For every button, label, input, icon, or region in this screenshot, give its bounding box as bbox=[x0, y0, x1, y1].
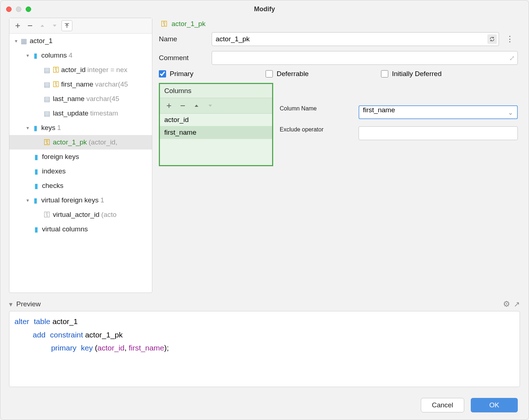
preview-title: Preview bbox=[16, 300, 41, 308]
col-up-button[interactable] bbox=[191, 100, 202, 111]
key-icon: ⚿ bbox=[43, 138, 51, 146]
tree-col-first-name[interactable]: ▤⚿ first_name varchar(45 bbox=[9, 77, 152, 92]
tree-vcols-label: virtual columns bbox=[42, 225, 88, 233]
col-type: timestam bbox=[88, 109, 118, 117]
collapse-button[interactable] bbox=[62, 20, 72, 31]
refresh-icon[interactable] bbox=[487, 34, 497, 44]
column-icon: ▤ bbox=[43, 66, 51, 74]
tree-foreign-keys[interactable]: ▮ foreign keys bbox=[9, 150, 152, 164]
initdef-checkbox[interactable]: Initially Deferred bbox=[381, 70, 441, 78]
column-icon: ▤ bbox=[43, 95, 51, 103]
popout-icon[interactable]: ↗ bbox=[514, 300, 520, 308]
tree-vfk-item[interactable]: ⚿ virtual_actor_id (acto bbox=[9, 207, 152, 222]
paren: ( bbox=[93, 344, 98, 352]
modify-dialog: Modify ▾ ▦ actor_1 bbox=[0, 0, 529, 420]
col-type: integer = nex bbox=[86, 66, 127, 74]
more-button[interactable]: ⋮ bbox=[505, 34, 515, 44]
deferrable-checkbox[interactable]: Deferrable bbox=[266, 70, 309, 78]
name-label: Name bbox=[159, 35, 206, 43]
ok-button[interactable]: OK bbox=[471, 398, 518, 412]
tree-key-actor1pk[interactable]: ⚿ actor_1_pk (actor_id, bbox=[9, 135, 152, 150]
kw: table bbox=[34, 317, 51, 326]
tree-keys[interactable]: ▾ ▮ keys 1 bbox=[9, 121, 152, 135]
columns-title: Columns bbox=[160, 84, 272, 98]
tree-keys-count: 1 bbox=[55, 124, 61, 132]
cols-item-label: actor_id bbox=[164, 116, 189, 123]
dialog-buttons: Cancel OK bbox=[9, 391, 520, 412]
tree-toolbar bbox=[9, 18, 152, 34]
tree-vfk-label: virtual foreign keys bbox=[41, 196, 98, 204]
checkbox-row: Primary Deferrable Initially Deferred bbox=[159, 70, 518, 78]
folder-icon: ▮ bbox=[31, 51, 40, 60]
col-name: first_name bbox=[61, 80, 93, 88]
id: actor_1 bbox=[50, 317, 78, 326]
comment-input[interactable] bbox=[212, 51, 518, 65]
gear-icon[interactable]: ⚙ bbox=[503, 299, 510, 309]
folder-icon: ▮ bbox=[32, 225, 41, 234]
kw: add bbox=[33, 331, 46, 339]
deferrable-checkbox-label: Deferrable bbox=[276, 70, 309, 78]
primary-checkbox[interactable]: Primary bbox=[159, 70, 193, 78]
object-tree[interactable]: ▾ ▦ actor_1 ▾ ▮ columns 4 ▤⚿ actor_id in… bbox=[9, 34, 152, 293]
tree-root[interactable]: ▾ ▦ actor_1 bbox=[9, 34, 152, 48]
ok-label: OK bbox=[489, 401, 499, 409]
col-name: last_update bbox=[53, 109, 88, 117]
col-add-button[interactable] bbox=[164, 100, 174, 111]
cancel-button[interactable]: Cancel bbox=[421, 398, 464, 412]
tree-columns[interactable]: ▾ ▮ columns 4 bbox=[9, 48, 152, 63]
tree-columns-count: 4 bbox=[67, 51, 73, 59]
tree-col-last-name[interactable]: ▤ last_name varchar(45 bbox=[9, 92, 152, 106]
tree-vcols[interactable]: ▮ virtual columns bbox=[9, 222, 152, 236]
col-type: varchar(45 bbox=[85, 95, 119, 103]
kw: alter bbox=[14, 317, 29, 326]
columns-list[interactable]: actor_id first_name bbox=[160, 114, 272, 165]
primary-checkbox-label: Primary bbox=[170, 70, 193, 78]
chevron-down-icon: ⌄ bbox=[508, 108, 513, 117]
expand-icon[interactable]: ⤢ bbox=[509, 54, 515, 62]
col-down-button[interactable] bbox=[205, 100, 216, 111]
column-icon: ▤ bbox=[43, 80, 51, 89]
name-input[interactable] bbox=[212, 32, 499, 46]
vfk-name: virtual_actor_id bbox=[53, 211, 100, 219]
tree-checks[interactable]: ▮ checks bbox=[9, 178, 152, 193]
col-name: last_name bbox=[53, 95, 85, 103]
details-header: ⚿ actor_1_pk bbox=[157, 18, 520, 32]
preview-header[interactable]: ▾ Preview ⚙ ↗ bbox=[9, 297, 520, 311]
column-form: Column Name first_name ⌄ Exclude operato… bbox=[280, 83, 518, 293]
kw: primary bbox=[51, 344, 76, 352]
key-icon: ⚿ bbox=[53, 80, 60, 88]
column-icon: ▤ bbox=[43, 109, 51, 118]
top-area: ▾ ▦ actor_1 ▾ ▮ columns 4 ▤⚿ actor_id in… bbox=[9, 18, 520, 293]
deferrable-checkbox-input[interactable] bbox=[266, 70, 273, 77]
tree-idx-label: indexes bbox=[42, 167, 66, 175]
cols-item-actor-id[interactable]: actor_id bbox=[160, 114, 272, 126]
primary-checkbox-input[interactable] bbox=[159, 70, 166, 77]
tree-vfk-count: 1 bbox=[98, 196, 104, 204]
folder-icon: ▮ bbox=[31, 196, 40, 205]
tree-indexes[interactable]: ▮ indexes bbox=[9, 164, 152, 178]
down-button[interactable] bbox=[49, 20, 60, 31]
exclude-input[interactable] bbox=[359, 126, 518, 140]
chevron-down-icon: ▾ bbox=[24, 197, 31, 203]
col: actor_id bbox=[97, 344, 124, 352]
column-name-label: Column Name bbox=[280, 105, 352, 119]
col: first_name bbox=[129, 344, 164, 352]
chevron-down-icon: ▾ bbox=[24, 125, 31, 131]
sql-preview[interactable]: alter table actor_1 add constraint actor… bbox=[9, 311, 520, 387]
tree-vfk[interactable]: ▾ ▮ virtual foreign keys 1 bbox=[9, 193, 152, 207]
col-remove-button[interactable] bbox=[177, 100, 188, 111]
remove-button[interactable] bbox=[25, 20, 35, 31]
cols-item-first-name[interactable]: first_name bbox=[160, 126, 272, 139]
tree-panel: ▾ ▦ actor_1 ▾ ▮ columns 4 ▤⚿ actor_id in… bbox=[9, 18, 152, 293]
chevron-down-icon: ▾ bbox=[24, 52, 31, 58]
up-button[interactable] bbox=[37, 20, 48, 31]
cancel-label: Cancel bbox=[432, 401, 453, 409]
initdef-checkbox-input[interactable] bbox=[381, 70, 388, 77]
tree-col-actor-id[interactable]: ▤⚿ actor_id integer = nex bbox=[9, 63, 152, 77]
add-button[interactable] bbox=[12, 20, 23, 31]
kw: key bbox=[81, 344, 93, 352]
tree-fk-label: foreign keys bbox=[42, 153, 79, 161]
tree-col-last-update[interactable]: ▤ last_update timestam bbox=[9, 106, 152, 121]
chevron-down-icon: ▾ bbox=[12, 38, 20, 44]
column-name-combo[interactable]: first_name ⌄ bbox=[359, 105, 518, 119]
